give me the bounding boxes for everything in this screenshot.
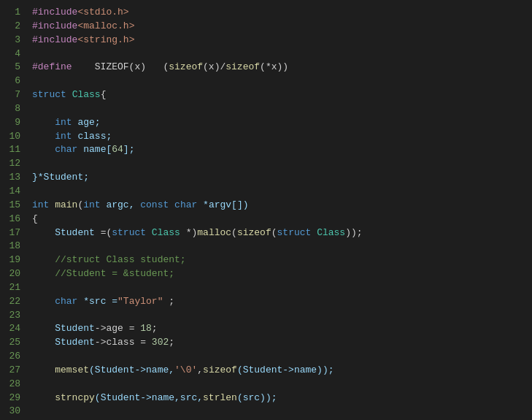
code-token: '\0' <box>174 364 197 375</box>
code-token: SIZEOF(x) ( <box>72 61 169 72</box>
line-number: 7 <box>6 88 20 102</box>
code-token: sizeof <box>225 61 260 72</box>
code-token: int <box>55 117 72 128</box>
code-line: memset(Student->name,'\0',sizeof(Student… <box>32 364 532 378</box>
code-editor: 1234567891011121314151617181920212223242… <box>0 0 532 420</box>
code-token <box>32 323 55 334</box>
code-token: ; <box>169 337 174 348</box>
code-line: struct Class{ <box>32 88 532 102</box>
code-token: int <box>32 199 49 210</box>
code-line: char *src ="Taylor" ; <box>32 295 532 309</box>
code-token: =( <box>95 227 112 238</box>
code-token: Student <box>55 227 95 238</box>
code-token: struct <box>277 227 312 238</box>
code-token: <malloc.h> <box>77 20 134 31</box>
code-token <box>32 117 55 128</box>
code-line: char name[64]; <box>32 143 532 157</box>
code-token: sizeof <box>203 364 237 375</box>
code-area[interactable]: #include<stdio.h>#include<malloc.h>#incl… <box>26 6 532 420</box>
line-number: 19 <box>6 253 20 267</box>
code-token: Student <box>55 337 95 348</box>
code-token: strncpy <box>55 392 95 403</box>
line-number: 1 <box>6 6 20 20</box>
code-token: ; <box>152 323 158 334</box>
code-token <box>32 254 55 265</box>
code-token: "Taylor" <box>117 296 163 307</box>
line-number: 12 <box>6 157 20 171</box>
code-line: strncpy(Student->name,src,strlen(src)); <box>32 392 532 405</box>
code-token: ( <box>271 227 277 238</box>
code-token: #define <box>32 61 72 72</box>
code-token: ->class = <box>95 337 152 348</box>
code-token: (Student->name)); <box>237 364 334 375</box>
code-token: char <box>55 296 77 307</box>
code-token: age; <box>72 117 101 128</box>
code-token: int <box>83 199 100 210</box>
line-number-column: 1234567891011121314151617181920212223242… <box>0 6 26 420</box>
code-token: #include <box>32 20 77 31</box>
code-token: Student <box>55 323 95 334</box>
line-number: 15 <box>6 199 20 213</box>
code-line: Student->class = 302; <box>32 336 532 350</box>
line-number: 18 <box>6 240 20 253</box>
code-token <box>311 227 317 238</box>
code-token <box>32 227 55 238</box>
line-number: 2 <box>6 20 20 34</box>
code-token: (x)/ <box>203 61 225 72</box>
code-token: Class <box>317 227 345 238</box>
code-line <box>32 378 532 392</box>
code-line <box>32 309 532 323</box>
line-number: 13 <box>6 171 20 185</box>
code-token: (*x)) <box>260 61 288 72</box>
code-token: *src = <box>77 296 117 307</box>
code-token: 64 <box>112 144 123 155</box>
line-number: 29 <box>6 392 20 405</box>
line-number: 25 <box>6 336 20 350</box>
code-token: <string.h> <box>77 34 134 45</box>
code-line: { <box>32 213 532 226</box>
code-line: int main(int argc, const char *argv[]) <box>32 199 532 213</box>
code-token: char <box>55 144 77 155</box>
code-token: ( <box>231 227 237 238</box>
code-token <box>32 337 55 348</box>
code-token <box>32 131 55 142</box>
code-token: char <box>174 199 197 210</box>
code-line: int age; <box>32 116 532 130</box>
code-token: *) <box>180 227 197 238</box>
code-token: Class <box>152 227 180 238</box>
line-number: 14 <box>6 185 20 199</box>
code-token: ; <box>163 296 174 307</box>
code-token: main <box>55 199 77 210</box>
code-token: struct <box>32 89 66 100</box>
code-token: <stdio.h> <box>77 7 128 18</box>
code-token: malloc <box>197 227 231 238</box>
line-number: 10 <box>6 130 20 144</box>
code-token: sizeof <box>237 227 271 238</box>
code-line: }*Student; <box>32 171 532 185</box>
line-number: 11 <box>6 143 20 157</box>
line-number: 26 <box>6 350 20 364</box>
code-line <box>32 102 532 116</box>
line-number: 30 <box>6 405 20 419</box>
line-number: 5 <box>6 61 20 75</box>
code-line <box>32 281 532 295</box>
code-token: int <box>55 131 72 142</box>
code-line: //struct Class student; <box>32 253 532 267</box>
line-number: 17 <box>6 226 20 240</box>
code-line: Student =(struct Class *)malloc(sizeof(s… <box>32 226 532 240</box>
code-token: (Student->name,src, <box>95 392 203 403</box>
line-number: 23 <box>6 309 20 323</box>
code-token <box>32 296 55 307</box>
line-number: 4 <box>6 47 20 61</box>
code-token: //struct Class student; <box>55 254 185 265</box>
line-number: 6 <box>6 75 20 88</box>
code-token <box>32 144 55 155</box>
code-line <box>32 240 532 253</box>
code-line <box>32 47 532 61</box>
code-token: , <box>197 364 203 375</box>
code-line <box>32 405 532 419</box>
code-token <box>32 364 55 375</box>
line-number: 3 <box>6 34 20 47</box>
code-line: #include<stdio.h> <box>32 6 532 20</box>
code-line <box>32 75 532 88</box>
